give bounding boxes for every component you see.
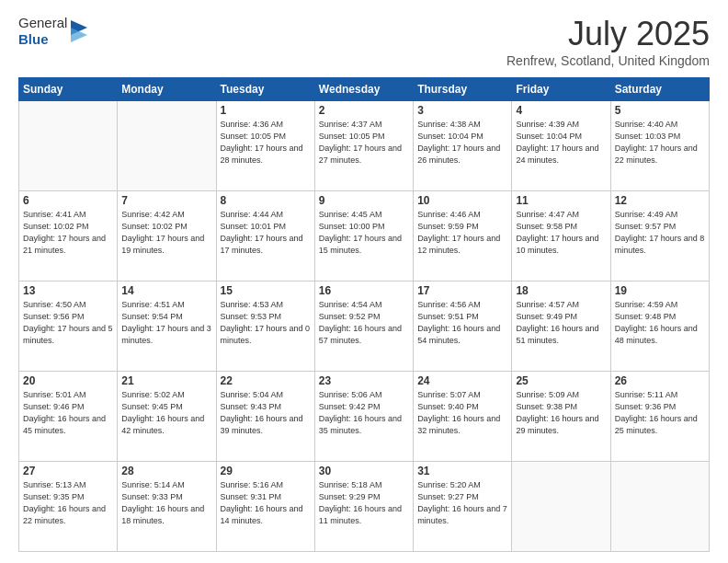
day-number: 23 bbox=[319, 374, 409, 387]
day-info: Sunrise: 4:51 AMSunset: 9:54 PMDaylight:… bbox=[121, 299, 211, 347]
calendar-cell: 5Sunrise: 4:40 AMSunset: 10:03 PMDayligh… bbox=[610, 101, 709, 191]
calendar-week-5: 27Sunrise: 5:13 AMSunset: 9:35 PMDayligh… bbox=[19, 462, 710, 552]
calendar-cell: 2Sunrise: 4:37 AMSunset: 10:05 PMDayligh… bbox=[314, 101, 413, 191]
day-number: 18 bbox=[516, 284, 606, 297]
day-info: Sunrise: 4:45 AMSunset: 10:00 PMDaylight… bbox=[319, 209, 409, 257]
day-number: 15 bbox=[221, 284, 311, 297]
calendar-cell: 20Sunrise: 5:01 AMSunset: 9:46 PMDayligh… bbox=[19, 372, 118, 462]
day-info: Sunrise: 4:39 AMSunset: 10:04 PMDaylight… bbox=[516, 119, 606, 167]
logo-line1: General bbox=[18, 15, 67, 31]
location: Renfrew, Scotland, United Kingdom bbox=[506, 53, 710, 68]
day-info: Sunrise: 5:20 AMSunset: 9:27 PMDaylight:… bbox=[417, 479, 507, 527]
calendar-cell: 8Sunrise: 4:44 AMSunset: 10:01 PMDayligh… bbox=[216, 191, 314, 282]
calendar-cell: 22Sunrise: 5:04 AMSunset: 9:43 PMDayligh… bbox=[216, 372, 314, 462]
column-header-sunday: Sunday bbox=[19, 78, 118, 101]
day-number: 4 bbox=[516, 104, 606, 117]
day-info: Sunrise: 5:09 AMSunset: 9:38 PMDaylight:… bbox=[516, 389, 606, 437]
calendar-cell bbox=[19, 101, 118, 191]
column-header-saturday: Saturday bbox=[610, 78, 709, 101]
day-number: 6 bbox=[23, 194, 113, 207]
day-info: Sunrise: 4:54 AMSunset: 9:52 PMDaylight:… bbox=[319, 299, 409, 347]
day-number: 29 bbox=[221, 465, 311, 477]
day-number: 9 bbox=[319, 194, 409, 207]
column-header-tuesday: Tuesday bbox=[216, 78, 314, 101]
column-header-friday: Friday bbox=[512, 78, 610, 101]
day-info: Sunrise: 4:59 AMSunset: 9:48 PMDaylight:… bbox=[615, 299, 705, 347]
column-header-thursday: Thursday bbox=[414, 78, 512, 101]
calendar-cell: 15Sunrise: 4:53 AMSunset: 9:53 PMDayligh… bbox=[216, 282, 314, 372]
day-info: Sunrise: 5:11 AMSunset: 9:36 PMDaylight:… bbox=[615, 389, 705, 437]
day-number: 10 bbox=[417, 194, 507, 207]
calendar-cell bbox=[512, 462, 610, 552]
day-info: Sunrise: 4:36 AMSunset: 10:05 PMDaylight… bbox=[221, 119, 311, 167]
day-number: 22 bbox=[221, 374, 311, 387]
day-info: Sunrise: 4:37 AMSunset: 10:05 PMDaylight… bbox=[319, 119, 409, 167]
calendar-cell: 17Sunrise: 4:56 AMSunset: 9:51 PMDayligh… bbox=[414, 282, 512, 372]
calendar-cell: 25Sunrise: 5:09 AMSunset: 9:38 PMDayligh… bbox=[512, 372, 610, 462]
day-info: Sunrise: 5:06 AMSunset: 9:42 PMDaylight:… bbox=[319, 389, 409, 437]
calendar-cell: 9Sunrise: 4:45 AMSunset: 10:00 PMDayligh… bbox=[314, 191, 413, 282]
day-info: Sunrise: 5:18 AMSunset: 9:29 PMDaylight:… bbox=[319, 479, 409, 527]
day-number: 17 bbox=[417, 284, 507, 297]
day-info: Sunrise: 4:38 AMSunset: 10:04 PMDaylight… bbox=[417, 119, 507, 167]
calendar-cell: 1Sunrise: 4:36 AMSunset: 10:05 PMDayligh… bbox=[216, 101, 314, 191]
calendar-cell: 11Sunrise: 4:47 AMSunset: 9:58 PMDayligh… bbox=[512, 191, 610, 282]
day-info: Sunrise: 5:01 AMSunset: 9:46 PMDaylight:… bbox=[23, 389, 113, 437]
calendar-cell: 4Sunrise: 4:39 AMSunset: 10:04 PMDayligh… bbox=[512, 101, 610, 191]
calendar-week-1: 1Sunrise: 4:36 AMSunset: 10:05 PMDayligh… bbox=[19, 101, 710, 191]
day-info: Sunrise: 5:02 AMSunset: 9:45 PMDaylight:… bbox=[121, 389, 211, 437]
calendar-cell: 30Sunrise: 5:18 AMSunset: 9:29 PMDayligh… bbox=[314, 462, 413, 552]
day-info: Sunrise: 4:56 AMSunset: 9:51 PMDaylight:… bbox=[417, 299, 507, 347]
calendar-cell: 13Sunrise: 4:50 AMSunset: 9:56 PMDayligh… bbox=[19, 282, 118, 372]
day-number: 11 bbox=[516, 194, 606, 207]
calendar-cell bbox=[118, 101, 216, 191]
calendar-cell: 7Sunrise: 4:42 AMSunset: 10:02 PMDayligh… bbox=[118, 191, 216, 282]
calendar-cell: 6Sunrise: 4:41 AMSunset: 10:02 PMDayligh… bbox=[19, 191, 118, 282]
day-number: 5 bbox=[615, 104, 705, 117]
calendar-cell: 31Sunrise: 5:20 AMSunset: 9:27 PMDayligh… bbox=[414, 462, 512, 552]
day-number: 19 bbox=[615, 284, 705, 297]
calendar-page: General Blue July 2025 Renfrew, Scotland… bbox=[0, 0, 728, 563]
day-info: Sunrise: 4:44 AMSunset: 10:01 PMDaylight… bbox=[221, 209, 311, 257]
day-info: Sunrise: 5:07 AMSunset: 9:40 PMDaylight:… bbox=[417, 389, 507, 437]
day-info: Sunrise: 4:50 AMSunset: 9:56 PMDaylight:… bbox=[23, 299, 113, 347]
day-number: 31 bbox=[417, 465, 507, 477]
day-number: 8 bbox=[221, 194, 311, 207]
day-number: 3 bbox=[417, 104, 507, 117]
day-info: Sunrise: 4:53 AMSunset: 9:53 PMDaylight:… bbox=[221, 299, 311, 347]
calendar-cell: 29Sunrise: 5:16 AMSunset: 9:31 PMDayligh… bbox=[216, 462, 314, 552]
day-number: 24 bbox=[417, 374, 507, 387]
day-number: 1 bbox=[221, 104, 311, 117]
day-info: Sunrise: 4:49 AMSunset: 9:57 PMDaylight:… bbox=[615, 209, 705, 257]
calendar-week-3: 13Sunrise: 4:50 AMSunset: 9:56 PMDayligh… bbox=[19, 282, 710, 372]
calendar-cell: 3Sunrise: 4:38 AMSunset: 10:04 PMDayligh… bbox=[414, 101, 512, 191]
day-info: Sunrise: 4:46 AMSunset: 9:59 PMDaylight:… bbox=[417, 209, 507, 257]
day-info: Sunrise: 5:13 AMSunset: 9:35 PMDaylight:… bbox=[23, 479, 113, 527]
day-number: 2 bbox=[319, 104, 409, 117]
day-number: 21 bbox=[121, 374, 211, 387]
day-number: 25 bbox=[516, 374, 606, 387]
day-number: 12 bbox=[615, 194, 705, 207]
calendar-week-4: 20Sunrise: 5:01 AMSunset: 9:46 PMDayligh… bbox=[19, 372, 710, 462]
calendar-cell: 12Sunrise: 4:49 AMSunset: 9:57 PMDayligh… bbox=[610, 191, 709, 282]
calendar-cell: 26Sunrise: 5:11 AMSunset: 9:36 PMDayligh… bbox=[610, 372, 709, 462]
calendar-cell: 27Sunrise: 5:13 AMSunset: 9:35 PMDayligh… bbox=[19, 462, 118, 552]
day-number: 16 bbox=[319, 284, 409, 297]
day-number: 26 bbox=[615, 374, 705, 387]
day-info: Sunrise: 4:41 AMSunset: 10:02 PMDaylight… bbox=[23, 209, 113, 257]
calendar-cell: 28Sunrise: 5:14 AMSunset: 9:33 PMDayligh… bbox=[118, 462, 216, 552]
day-number: 7 bbox=[121, 194, 211, 207]
logo: General Blue bbox=[18, 15, 87, 48]
calendar-cell: 16Sunrise: 4:54 AMSunset: 9:52 PMDayligh… bbox=[314, 282, 413, 372]
day-number: 13 bbox=[23, 284, 113, 297]
calendar-cell: 24Sunrise: 5:07 AMSunset: 9:40 PMDayligh… bbox=[414, 372, 512, 462]
column-header-monday: Monday bbox=[118, 78, 216, 101]
title-block: July 2025 Renfrew, Scotland, United King… bbox=[506, 15, 710, 68]
calendar-week-2: 6Sunrise: 4:41 AMSunset: 10:02 PMDayligh… bbox=[19, 191, 710, 282]
calendar-cell: 23Sunrise: 5:06 AMSunset: 9:42 PMDayligh… bbox=[314, 372, 413, 462]
column-header-wednesday: Wednesday bbox=[314, 78, 413, 101]
calendar-cell: 18Sunrise: 4:57 AMSunset: 9:49 PMDayligh… bbox=[512, 282, 610, 372]
day-number: 27 bbox=[23, 465, 113, 477]
calendar-cell bbox=[610, 462, 709, 552]
day-number: 30 bbox=[319, 465, 409, 477]
